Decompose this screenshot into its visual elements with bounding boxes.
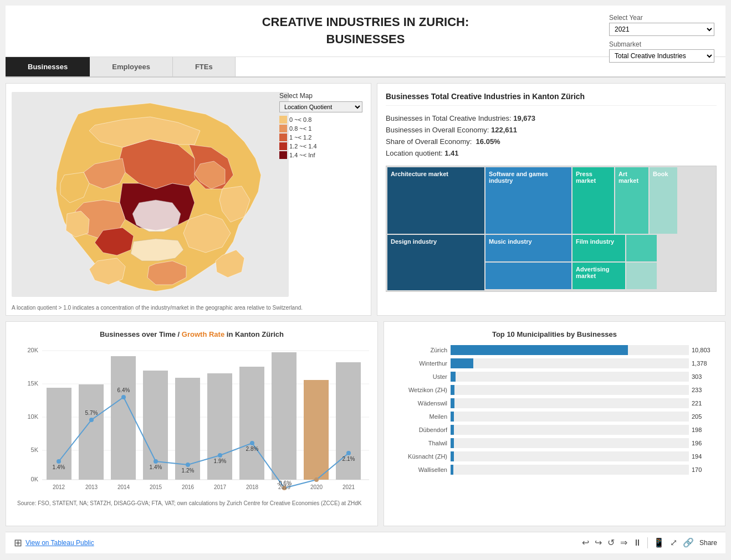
header-controls: Select Year 2021 Submarket Total Creativ… [609, 14, 714, 67]
submarket-select[interactable]: Total Creative Industries [609, 49, 714, 63]
treemap-book[interactable]: Book [650, 167, 677, 234]
treemap-software[interactable]: Software and games industry [485, 167, 571, 234]
municipalities-list: Zürich 10,803 Winterthur 1,378 Uster 303… [392, 345, 717, 475]
stat-location-quotient: Location quotient: 1.41 [386, 149, 717, 157]
muni-name: Küsnacht (ZH) [392, 453, 451, 460]
svg-text:1.9%: 1.9% [214, 458, 227, 464]
muni-bar [451, 358, 473, 368]
svg-text:2021: 2021 [343, 484, 355, 490]
muni-value: 303 [689, 373, 717, 380]
treemap-advertising[interactable]: Advertising market [572, 263, 625, 289]
svg-text:2016: 2016 [182, 484, 195, 490]
map-legend: Select Map Location Quotient 0 ~< 0.8 0.… [279, 92, 362, 160]
info-title: Businesses Total Creative Industries in … [386, 92, 717, 106]
dot-2016 [186, 463, 190, 467]
muni-row: Wallisellen 170 [392, 465, 717, 475]
time-chart-svg: 20K 15K 10K 5K 0K [23, 344, 372, 494]
muni-name: Wallisellen [392, 466, 451, 473]
footer-toolbar: ⊞ View on Tableau Public ↩ ↪ ↺ ⇒ ⏸ 📱 ⤢ 🔗… [6, 532, 725, 553]
map-svg[interactable] [12, 92, 289, 297]
select-map-label: Select Map [279, 92, 362, 100]
treemap-nothing[interactable] [485, 263, 571, 289]
info-panel: Businesses Total Creative Industries in … [377, 83, 725, 316]
svg-text:20K: 20K [27, 347, 38, 353]
treemap: Architecture market Software and games i… [386, 166, 717, 292]
svg-text:1.4%: 1.4% [150, 464, 162, 470]
treemap-art[interactable]: Art market [615, 167, 648, 234]
legend-item-4: 1.2 ~< 1.4 [279, 142, 362, 150]
muni-row: Thalwil 196 [392, 438, 717, 448]
muni-row: Zürich 10,803 [392, 345, 717, 355]
treemap-film[interactable]: Film industry [572, 235, 625, 261]
bar-2019 [272, 352, 297, 480]
undo-icon[interactable]: ↩ [582, 537, 589, 548]
svg-text:2020: 2020 [310, 484, 323, 490]
legend-item-1: 0 ~< 0.8 [279, 116, 362, 124]
muni-bar-container [451, 451, 689, 461]
bar-2018 [239, 367, 264, 480]
muni-bar-container [451, 358, 689, 368]
stat-businesses-creative: Businesses in Total Creative Industries:… [386, 114, 717, 122]
muni-row: Winterthur 1,378 [392, 358, 717, 368]
view-on-tableau[interactable]: View on Tableau Public [25, 539, 94, 547]
dot-2017 [218, 453, 222, 458]
muni-value: 196 [689, 440, 717, 446]
map-caption: A location quotient > 1.0 indicates a co… [12, 305, 303, 311]
muni-bar-container [451, 465, 689, 475]
svg-text:15K: 15K [27, 380, 38, 387]
muni-row: Dübendorf 198 [392, 425, 717, 435]
redo-icon[interactable]: ↪ [595, 537, 602, 548]
muni-name: Meilen [392, 413, 451, 420]
select-year[interactable]: 2021 [609, 23, 714, 36]
dot-2015 [154, 459, 158, 464]
municipalities-panel: Top 10 Municipalities by Businesses Züri… [384, 321, 725, 526]
dot-2020 [314, 477, 319, 482]
svg-text:2013: 2013 [85, 484, 98, 490]
muni-name: Uster [392, 373, 451, 380]
svg-text:6.4%: 6.4% [117, 387, 130, 393]
muni-name: Thalwil [392, 440, 451, 446]
svg-text:0K: 0K [31, 476, 39, 482]
fullscreen-icon[interactable]: ⤢ [670, 537, 677, 548]
tab-ftes[interactable]: FTEs [173, 57, 236, 76]
svg-text:2015: 2015 [150, 484, 162, 490]
svg-text:2018: 2018 [246, 484, 259, 490]
muni-bar-container [451, 438, 689, 448]
treemap-extra1[interactable] [626, 235, 657, 261]
tab-employees[interactable]: Employees [90, 57, 173, 76]
bar-2020 [304, 380, 329, 480]
share-icon[interactable]: 🔗 [683, 537, 694, 548]
stat-share: Share of Overall Economy: 16.05% [386, 137, 717, 146]
treemap-extra2[interactable] [626, 263, 657, 289]
tableau-icon: ⊞ [14, 537, 22, 549]
muni-bar [451, 412, 454, 422]
muni-title: Top 10 Municipalities by Businesses [392, 330, 717, 338]
treemap-press[interactable]: Press market [572, 167, 614, 234]
device-icon[interactable]: 📱 [653, 537, 664, 548]
svg-text:2017: 2017 [214, 484, 227, 490]
select-map[interactable]: Location Quotient [279, 101, 362, 112]
chart-title: Businesses over Time / Growth Rate in Ka… [12, 330, 372, 338]
refresh-icon[interactable]: ↺ [607, 537, 615, 548]
bar-2014 [111, 356, 136, 480]
header: CREATIVE INDUSTRIES IN ZURICH: BUSINESSE… [6, 6, 725, 57]
svg-text:1.2%: 1.2% [182, 467, 195, 474]
treemap-music[interactable]: Music industry [485, 235, 571, 261]
share-label[interactable]: Share [699, 539, 717, 547]
muni-row: Wetzikon (ZH) 233 [392, 385, 717, 395]
muni-value: 194 [689, 453, 717, 460]
info-stats: Businesses in Total Creative Industries:… [386, 114, 717, 157]
treemap-design[interactable]: Design industry [387, 235, 484, 290]
legend-item-3: 1 ~< 1.2 [279, 133, 362, 141]
tab-businesses[interactable]: Businesses [6, 57, 90, 76]
muni-bar-container [451, 372, 689, 382]
muni-value: 198 [689, 427, 717, 433]
legend-item-5: 1.4 ~< Inf [279, 151, 362, 159]
forward-icon[interactable]: ⇒ [620, 537, 627, 548]
muni-name: Wetzikon (ZH) [392, 387, 451, 393]
muni-row: Meilen 205 [392, 412, 717, 422]
muni-row: Wädenswil 221 [392, 398, 717, 408]
pause-icon[interactable]: ⏸ [633, 538, 642, 548]
dot-2014 [121, 395, 126, 399]
treemap-architecture[interactable]: Architecture market [387, 167, 484, 234]
